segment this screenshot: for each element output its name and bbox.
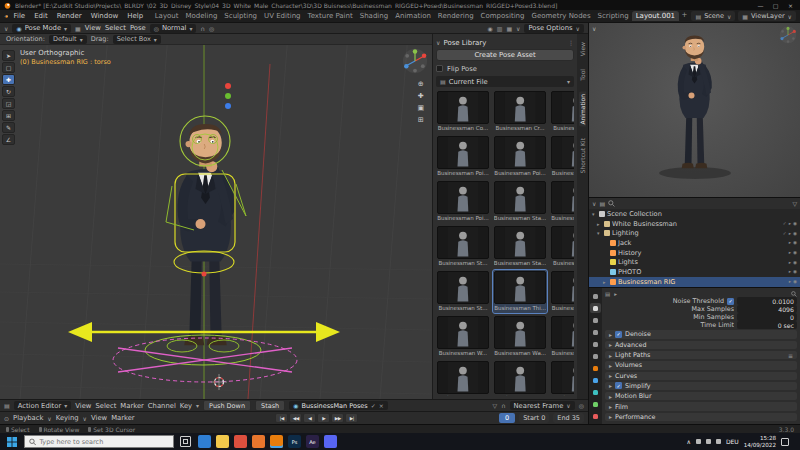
pose-asset[interactable]: Businessman Cr... (493, 90, 547, 133)
tool-scale[interactable]: ◲ (2, 98, 15, 109)
pose-asset[interactable]: Businessman Poi... (436, 135, 490, 178)
search-icon[interactable] (791, 291, 797, 297)
menu-select[interactable]: Select (95, 402, 116, 410)
pose-asset[interactable]: Businessman We... (550, 315, 574, 358)
tab-scene[interactable] (590, 339, 601, 349)
snap-magnet-icon[interactable]: ∩ (200, 25, 204, 32)
pose-asset[interactable]: Businessman W... (493, 360, 547, 396)
add-workspace-icon[interactable]: + (679, 11, 691, 21)
menu-channel[interactable]: Channel (148, 402, 176, 410)
tray-icon[interactable] (696, 439, 701, 444)
outliner-row[interactable]: PHOTO▸◉ (589, 267, 800, 277)
tab-world[interactable] (590, 351, 601, 361)
frame-start-field[interactable]: Start 0 (519, 413, 549, 423)
unlink-action-icon[interactable]: × (379, 402, 384, 409)
xray-icon[interactable]: ▦ (506, 25, 512, 32)
property-value[interactable]: 4096 (737, 305, 797, 313)
tab-shading[interactable]: Shading (356, 11, 391, 21)
preset-menu-icon[interactable]: ≡ (788, 352, 793, 359)
pose-asset[interactable]: Businessman St... (436, 225, 490, 268)
section-advanced[interactable]: ▸Advanced (605, 341, 797, 349)
restrict-toggles[interactable]: ▸◉ (789, 269, 797, 274)
menu-pose[interactable]: Pose (130, 24, 146, 32)
maximize-button[interactable]: ▢ (770, 2, 781, 9)
transform-orientation-dropdown[interactable]: ◎Normal▾ (150, 24, 197, 33)
restrict-toggles[interactable]: ▸◉ (789, 260, 797, 265)
jump-to-end-button[interactable]: ▶| (345, 413, 358, 423)
pose-asset[interactable]: Businessman St... (550, 225, 574, 268)
next-keyframe-button[interactable]: ▶▶ (331, 413, 344, 423)
taskbar-app-photoshop[interactable]: Ps (288, 435, 301, 448)
menu-render[interactable]: Render (53, 12, 86, 20)
current-frame-field[interactable]: 0 (499, 413, 515, 423)
display-mode-icon[interactable]: ▤ (599, 200, 605, 207)
grid-icon[interactable]: ▦ (75, 25, 81, 32)
filter-dropdown-icon[interactable]: ▾ (196, 402, 199, 409)
asset-source-dropdown[interactable]: ▤ Current File ▾ (436, 76, 574, 87)
preview-editor-icon[interactable]: ∨ (592, 25, 596, 32)
tray-chevron-icon[interactable]: ∧ (687, 438, 691, 445)
blender-logo-icon[interactable] (4, 12, 8, 21)
task-view-icon[interactable] (180, 436, 191, 447)
pose-asset[interactable]: Businessman Poi... (436, 180, 490, 223)
perspective-toggle-icon[interactable]: ⊞ (417, 116, 424, 124)
push-down-button[interactable]: Push Down (203, 400, 251, 411)
taskbar-app-after-effects[interactable]: Ae (306, 435, 319, 448)
action-name-field[interactable]: ◉ BussinessMan Poses ✓ × (289, 401, 388, 410)
play-button[interactable]: ▶ (317, 413, 330, 423)
taskbar-search[interactable] (24, 435, 174, 448)
simplify-checkbox[interactable]: ✓ (615, 382, 622, 389)
menu-keying[interactable]: Keying (56, 414, 79, 422)
snap-mode-dropdown[interactable]: Nearest Frame∨ (510, 401, 575, 410)
pose-asset[interactable]: Businessman Co... (436, 90, 490, 133)
tool-move[interactable]: ✚ (2, 74, 15, 85)
pose-asset[interactable]: Businessman Sta... (550, 180, 574, 223)
disclosure-icon[interactable]: ▸ (597, 221, 602, 227)
menu-select[interactable]: Select (105, 24, 126, 32)
pose-asset[interactable]: Businessman Poi... (493, 135, 547, 178)
tab-object[interactable] (590, 363, 601, 373)
shading-dropdown-icon[interactable]: ∨ (516, 25, 520, 32)
filter-icon[interactable]: ▽ (792, 200, 797, 207)
jump-to-start-button[interactable]: |◀ (275, 413, 288, 423)
disclosure-icon[interactable]: ▾ (592, 211, 597, 217)
taskbar-app-discord[interactable] (324, 435, 337, 448)
pose-asset[interactable]: Businessman Sta... (493, 225, 547, 268)
zoom-icon[interactable]: ⊕ (417, 80, 424, 88)
start-button[interactable] (0, 433, 24, 450)
tab-uv-editing[interactable]: UV Editing (261, 11, 305, 21)
restrict-toggles[interactable]: ▸◉ (789, 279, 797, 284)
section-denoise[interactable]: ▸✓Denoise (605, 330, 797, 338)
tool-rotate[interactable]: ↻ (2, 86, 15, 97)
menu-key[interactable]: Key (180, 402, 192, 410)
menu-help[interactable]: Help (123, 12, 147, 20)
outliner-row-selected[interactable]: ▸Businessman RIG▸◉ (589, 277, 800, 287)
show-overlays-icon[interactable]: ▥ (497, 25, 503, 32)
tab-layout[interactable]: Layout (151, 11, 182, 21)
scene-selector[interactable]: ▤Scene∨ (691, 11, 735, 21)
tab-modifiers[interactable] (590, 375, 601, 385)
taskbar-app-edge[interactable] (198, 435, 211, 448)
taskbar-clock[interactable]: 15:28 14/09/2022 (744, 435, 776, 448)
sidebar-tab-tool[interactable]: Tool (579, 67, 586, 83)
sidebar-tab-view[interactable]: View (579, 40, 586, 58)
sidebar-tab-shortcut-kit[interactable]: Shortcut Kit (579, 136, 586, 175)
taskbar-app-blender[interactable] (270, 435, 283, 448)
taskbar-app-file-explorer[interactable] (216, 435, 229, 448)
preview-viewport[interactable]: ∨ (589, 23, 800, 197)
pose-asset[interactable]: Businessman St... (436, 270, 490, 313)
dopesheet-mode-dropdown[interactable]: Action Editor▾ (14, 401, 72, 410)
property-value[interactable]: 0.0100 (737, 297, 797, 305)
menu-view[interactable]: View (91, 414, 107, 422)
section-curves[interactable]: ▸Curves (605, 372, 797, 380)
tab-output[interactable] (590, 315, 601, 325)
taskbar-app-chrome[interactable] (234, 435, 247, 448)
pan-icon[interactable]: ✚ (417, 92, 424, 100)
tray-icon[interactable] (706, 439, 711, 444)
outliner-row[interactable]: Jack▸◉ (589, 238, 800, 248)
section-simplify[interactable]: ▸✓Simplify (605, 382, 797, 390)
tab-sculpting[interactable]: Sculpting (221, 11, 261, 21)
fake-user-icon[interactable]: ✓ (371, 402, 376, 409)
tab-modeling[interactable]: Modeling (182, 11, 221, 21)
close-button[interactable]: × (785, 2, 796, 9)
